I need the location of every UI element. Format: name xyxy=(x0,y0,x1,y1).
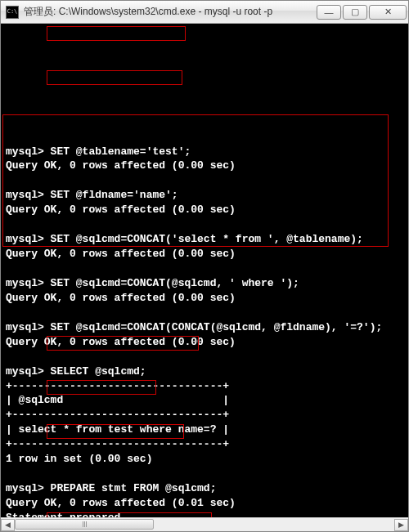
horizontal-scrollbar[interactable]: ◀ ▶ xyxy=(1,517,408,531)
terminal-line: mysql> SET @tablename='test'; xyxy=(6,145,403,159)
terminal-line xyxy=(6,262,403,276)
terminal-line xyxy=(6,217,403,232)
terminal-line: mysql> SET @sqlcmd=CONCAT(CONCAT(@sqlcmd… xyxy=(6,320,403,335)
highlight-box xyxy=(47,70,182,85)
terminal-line: +---------------------------------+ xyxy=(6,437,403,452)
terminal-line xyxy=(6,467,403,481)
terminal-line: +---------------------------------+ xyxy=(6,408,403,422)
terminal-line: Query OK, 0 rows affected (0.00 sec) xyxy=(6,291,403,306)
terminal-line: +---------------------------------+ xyxy=(6,379,403,394)
terminal-line: | select * from test where name=? | xyxy=(6,422,403,437)
window-titlebar: C:\ 管理员: C:\Windows\system32\cmd.exe - m… xyxy=(1,1,408,24)
terminal-line: Query OK, 0 rows affected (0.01 sec) xyxy=(6,496,403,511)
terminal-line: Query OK, 0 rows affected (0.00 sec) xyxy=(6,203,403,217)
terminal-line: mysql> SET @fldname='name'; xyxy=(6,188,403,203)
terminal-line: mysql> SELECT @sqlcmd; xyxy=(6,364,403,379)
terminal-line: Query OK, 0 rows affected (0.00 sec) xyxy=(6,159,403,173)
terminal-line: Query OK, 0 rows affected (0.00 sec) xyxy=(6,335,403,350)
grip-icon xyxy=(83,521,87,527)
highlight-box xyxy=(47,26,186,41)
scroll-thumb[interactable] xyxy=(15,519,154,530)
cmd-icon: C:\ xyxy=(6,6,19,19)
terminal-line: Query OK, 0 rows affected (0.00 sec) xyxy=(6,247,403,262)
minimize-button[interactable]: — xyxy=(317,5,341,20)
terminal-line: mysql> SET @sqlcmd=CONCAT('select * from… xyxy=(6,232,403,247)
terminal-line: Statement prepared xyxy=(6,511,403,517)
terminal-output[interactable]: mysql> SET @tablename='test';Query OK, 0… xyxy=(1,24,408,517)
window-title: 管理员: C:\Windows\system32\cmd.exe - mysql… xyxy=(24,5,315,19)
scroll-right-button[interactable]: ▶ xyxy=(394,519,408,531)
terminal-line xyxy=(6,306,403,320)
terminal-line xyxy=(6,350,403,364)
maximize-button[interactable]: ▢ xyxy=(343,5,367,20)
terminal-line: mysql> PREPARE stmt FROM @sqlcmd; xyxy=(6,481,403,496)
terminal-line: mysql> SET @sqlcmd=CONCAT(@sqlcmd, ' whe… xyxy=(6,276,403,291)
close-button[interactable]: ✕ xyxy=(369,5,407,20)
terminal-line xyxy=(6,173,403,188)
scroll-track[interactable] xyxy=(15,519,394,531)
terminal-line: | @sqlcmd | xyxy=(6,393,403,408)
scroll-left-button[interactable]: ◀ xyxy=(1,519,15,531)
terminal-line: 1 row in set (0.00 sec) xyxy=(6,452,403,467)
window-buttons: — ▢ ✕ xyxy=(315,5,407,20)
